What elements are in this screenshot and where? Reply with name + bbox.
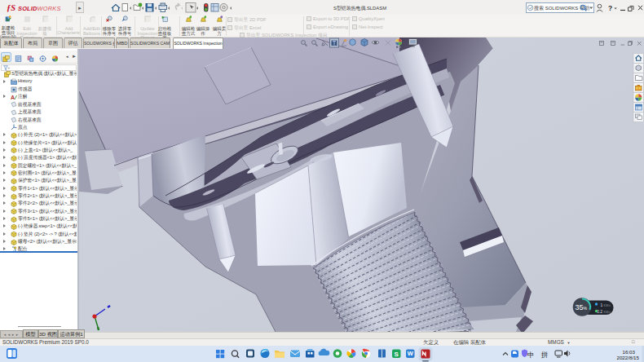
svg-text:中: 中: [527, 351, 535, 359]
svg-text:0.2 KB/s: 0.2 KB/s: [597, 309, 611, 314]
svg-text:1 KB/s: 1 KB/s: [600, 302, 611, 307]
svg-text:S: S: [395, 351, 399, 358]
svg-text:W: W: [408, 350, 414, 357]
svg-text:拼: 拼: [540, 351, 549, 359]
svg-text:?: ?: [608, 3, 612, 11]
svg-text:SOLIDWORKS: SOLIDWORKS: [18, 5, 61, 12]
svg-text:ƒS: ƒS: [7, 3, 15, 12]
svg-text:2022/8/15: 2022/8/15: [616, 355, 639, 360]
svg-text:A: A: [11, 95, 15, 100]
svg-text:16:03: 16:03: [623, 349, 636, 355]
